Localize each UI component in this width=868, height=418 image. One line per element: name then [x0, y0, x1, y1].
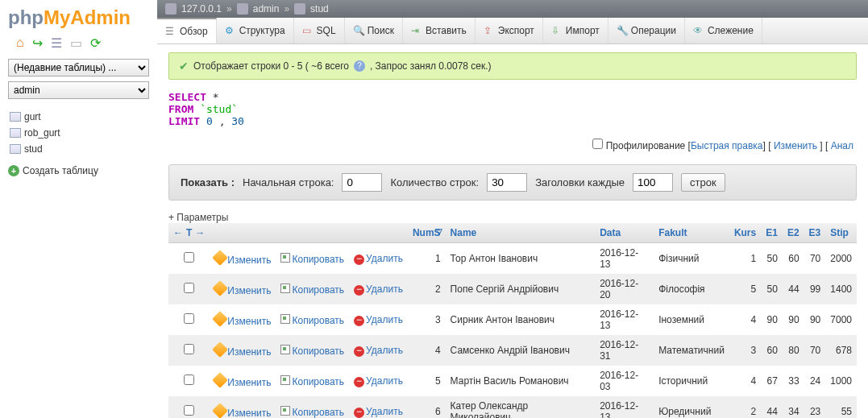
row-checkbox[interactable] — [184, 283, 194, 293]
row-count-input[interactable] — [487, 173, 527, 192]
cell-nums: 3 — [408, 304, 446, 335]
table-icon — [10, 112, 21, 122]
delete-action[interactable]: −Удалить — [349, 274, 408, 304]
col-e3[interactable]: E3 — [804, 223, 826, 243]
logout-icon[interactable]: ↪ — [32, 35, 43, 51]
table-item-stud[interactable]: stud — [8, 141, 149, 157]
rows-button[interactable]: строк — [681, 173, 725, 192]
copy-action[interactable]: Копировать — [276, 243, 349, 275]
cell-e2: 80 — [783, 335, 804, 366]
table-item-gurt[interactable]: gurt — [8, 109, 149, 125]
table-row: ИзменитьКопировать−Удалить1Тор Антон Іва… — [168, 243, 857, 275]
copy-icon — [280, 345, 290, 354]
cell-e3: 70 — [804, 335, 826, 366]
arrow-right-icon[interactable]: → — [195, 227, 205, 238]
copy-icon — [280, 314, 290, 324]
table-item-rob_gurt[interactable]: rob_gurt — [8, 125, 149, 141]
tab-icon: ⚙ — [225, 25, 236, 36]
minus-icon: − — [354, 255, 364, 265]
row-checkbox[interactable] — [184, 313, 194, 324]
breadcrumb-table[interactable]: stud — [310, 3, 329, 14]
col-data[interactable]: Data — [595, 223, 654, 243]
table-icon — [294, 3, 305, 14]
col-e2[interactable]: E2 — [783, 223, 804, 243]
tab-обзор[interactable]: ☰Обзор — [157, 18, 217, 43]
copy-action[interactable]: Копировать — [276, 304, 349, 335]
delete-action[interactable]: −Удалить — [349, 396, 408, 418]
tab-icon: ⇥ — [411, 25, 422, 36]
minus-icon: − — [354, 346, 364, 357]
col-name[interactable]: Name — [446, 223, 596, 243]
row-checkbox[interactable] — [184, 405, 194, 416]
result-notice: ✔ Отображает строки 0 - 5 ( ~6 всего ? ,… — [168, 52, 857, 80]
row-checkbox[interactable] — [184, 375, 194, 385]
col-edit — [210, 223, 276, 243]
tab-операции[interactable]: 🔧Операции — [608, 18, 685, 43]
cell-kurs: 5 — [729, 274, 761, 304]
tab-icon: ⇩ — [551, 25, 563, 36]
copy-action[interactable]: Копировать — [276, 366, 349, 396]
cell-name: Попе Сергій Андрійович — [446, 274, 596, 304]
delete-action[interactable]: −Удалить — [349, 304, 408, 335]
tab-импорт[interactable]: ⇩Импорт — [543, 18, 608, 43]
params-link[interactable]: + Параметры — [168, 212, 857, 223]
profiling-checkbox[interactable] — [592, 139, 603, 149]
tab-экспорт[interactable]: ⇪Экспорт — [476, 18, 543, 43]
breadcrumb-server[interactable]: 127.0.0.1 — [181, 3, 222, 14]
arrow-left-icon[interactable]: ← — [173, 227, 183, 238]
tab-icon: ⇪ — [484, 25, 495, 36]
edit-action[interactable]: Изменить — [210, 396, 276, 418]
copy-action[interactable]: Копировать — [276, 396, 349, 418]
quick-edit-link[interactable]: Быстрая правка — [691, 140, 763, 151]
col-copy — [276, 223, 349, 243]
col-nums[interactable]: NumS▽ — [408, 223, 446, 243]
home-icon[interactable]: ⌂ — [16, 35, 24, 51]
tab-слежение[interactable]: 👁Слежение — [685, 18, 762, 43]
plus-icon: + — [8, 165, 19, 176]
logo[interactable]: phpMyAdmin — [8, 6, 149, 29]
cell-nums: 1 — [408, 243, 446, 275]
query-icon[interactable]: ☰ — [51, 35, 62, 51]
tab-поиск[interactable]: 🔍Поиск — [345, 18, 403, 43]
tab-icon: ▭ — [302, 25, 314, 36]
edit-link[interactable]: Изменить — [774, 140, 817, 151]
row-checkbox[interactable] — [184, 344, 194, 354]
headers-every-input[interactable] — [633, 173, 673, 192]
start-row-input[interactable] — [342, 173, 382, 192]
breadcrumb-db[interactable]: admin — [253, 3, 280, 14]
tab-структура[interactable]: ⚙Структура — [217, 18, 294, 43]
cell-fakult: Фізичний — [654, 243, 729, 275]
edit-action[interactable]: Изменить — [210, 335, 276, 366]
text-tool-icon[interactable]: T — [186, 227, 192, 238]
cell-nums: 5 — [408, 366, 446, 396]
help-icon[interactable]: ? — [354, 60, 365, 72]
cell-data: 2016-12-20 — [595, 274, 654, 304]
copy-action[interactable]: Копировать — [276, 335, 349, 366]
col-e1[interactable]: E1 — [761, 223, 783, 243]
recent-tables-select[interactable]: (Недавние таблицы) ... — [8, 59, 149, 77]
server-icon — [165, 3, 177, 14]
tab-вставить[interactable]: ⇥Вставить — [403, 18, 476, 43]
cell-e1: 50 — [761, 243, 783, 275]
col-kurs[interactable]: Kurs — [729, 223, 761, 243]
col-stip[interactable]: Stip — [825, 223, 857, 243]
docs-icon[interactable]: ▭ — [70, 35, 82, 51]
delete-action[interactable]: −Удалить — [349, 366, 408, 396]
cell-kurs: 3 — [729, 335, 761, 366]
delete-action[interactable]: −Удалить — [349, 335, 408, 366]
tab-sql[interactable]: ▭SQL — [294, 18, 345, 43]
anal-link[interactable]: Анал — [831, 140, 853, 151]
edit-action[interactable]: Изменить — [210, 366, 276, 396]
copy-action[interactable]: Копировать — [276, 274, 349, 304]
database-select[interactable]: admin — [8, 81, 149, 99]
cell-kurs: 4 — [729, 304, 761, 335]
create-table-button[interactable]: + Создать таблицу — [8, 165, 149, 176]
edit-action[interactable]: Изменить — [210, 274, 276, 304]
col-fakult[interactable]: Fakult — [654, 223, 729, 243]
edit-action[interactable]: Изменить — [210, 243, 276, 275]
edit-action[interactable]: Изменить — [210, 304, 276, 335]
row-checkbox[interactable] — [184, 252, 194, 263]
reload-icon[interactable]: ⟳ — [90, 35, 101, 51]
delete-action[interactable]: −Удалить — [349, 243, 408, 275]
copy-icon — [280, 283, 290, 293]
